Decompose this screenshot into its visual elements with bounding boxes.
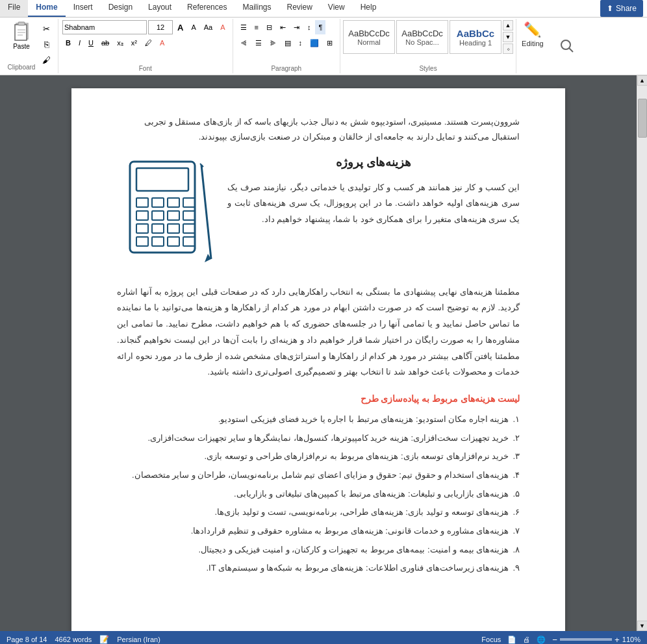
- list-text: هزینه‌های بازاریابی و تبلیغات: هزینه‌های…: [234, 486, 509, 502]
- tab-view[interactable]: View: [320, 0, 353, 17]
- list-title: لیست هزینه‌های مربوط به پیاده‌سازی طرح: [117, 393, 520, 404]
- scrollbar-track[interactable]: [638, 86, 647, 621]
- font-shrink-button[interactable]: A: [188, 20, 199, 34]
- svg-rect-18: [136, 224, 148, 233]
- list-num: ۵.: [513, 486, 520, 502]
- font-group-label: Font: [62, 65, 229, 72]
- cut-button[interactable]: ✂: [39, 21, 54, 36]
- font-clear-button[interactable]: A: [217, 20, 228, 34]
- copy-button[interactable]: ⎘: [39, 37, 54, 51]
- indent-decrease-button[interactable]: ⇤: [277, 20, 289, 34]
- tab-insert[interactable]: Insert: [66, 0, 101, 17]
- section-title: هزینه‌های پروژه: [227, 155, 520, 169]
- font-grow-button[interactable]: A: [174, 20, 186, 34]
- list-item: ۶.هزینه‌های توسعه و تولید بازی: هزینه‌ها…: [117, 504, 520, 521]
- list-num: ۷.: [513, 523, 520, 539]
- style-nospace-label: No Spac...: [401, 38, 444, 46]
- align-right-button[interactable]: ⫸: [266, 36, 280, 50]
- list-number-button[interactable]: ≡: [251, 20, 262, 34]
- scroll-up-button[interactable]: ▲: [637, 75, 648, 86]
- line-spacing-button[interactable]: ↕: [296, 36, 306, 50]
- list-text: هزینه‌های بیمه و امنیت: بیمه‌های مربوط ب…: [199, 542, 509, 558]
- status-right: Focus 📄 🖨 🌐 − + 110%: [481, 635, 641, 645]
- font-size-input[interactable]: [148, 20, 173, 34]
- font-case-button[interactable]: Aa: [201, 20, 216, 34]
- tab-references[interactable]: References: [179, 0, 235, 17]
- list-item: ۱.هزینه اجاره مکان استودیو: هزینه‌های مر…: [117, 412, 520, 428]
- indent-increase-button[interactable]: ⇥: [290, 20, 303, 34]
- list-text: خرید تجهیزات سخت‌افزاری: هزینه خرید کامپ…: [147, 430, 509, 447]
- share-icon: ⬆: [607, 4, 613, 13]
- paragraph-group-label: Paragraph: [237, 65, 336, 72]
- tab-layout[interactable]: Layout: [140, 0, 179, 17]
- borders-button[interactable]: ⊞: [324, 36, 336, 50]
- style-nospace[interactable]: AaBbCcDc No Spac...: [396, 20, 448, 54]
- vertical-scrollbar[interactable]: ▲ ▼: [637, 75, 647, 631]
- search-button[interactable]: [553, 32, 581, 60]
- clipboard-label: Clipboard: [8, 64, 36, 71]
- list-multilevel-button[interactable]: ⊟: [263, 20, 275, 34]
- zoom-out-button[interactable]: −: [552, 635, 557, 645]
- editing-group: ✏️ Editing: [516, 19, 549, 73]
- style-h1-label: Heading 1: [454, 39, 497, 47]
- svg-rect-25: [183, 237, 195, 246]
- list-item: ۷.هزینه‌های مشاوره و خدمات قانونی: هزینه…: [117, 523, 520, 539]
- tab-design[interactable]: Design: [101, 0, 140, 17]
- font-name-input[interactable]: [62, 20, 147, 34]
- list-text: هزینه‌های زیرساخت‌های فناوری اطلاعات: هز…: [206, 560, 509, 576]
- superscript-button[interactable]: x²: [128, 36, 140, 50]
- focus-button[interactable]: Focus: [481, 636, 501, 643]
- subscript-button[interactable]: x₂: [114, 36, 127, 50]
- view-web-icon: 🌐: [537, 636, 546, 644]
- view-print-icon: 🖨: [523, 636, 530, 643]
- svg-rect-24: [168, 237, 179, 246]
- page-info: Page 8 of 14: [6, 636, 47, 643]
- svg-line-26: [201, 165, 211, 259]
- style-heading1[interactable]: AaBbCc Heading 1: [450, 20, 501, 54]
- svg-rect-16: [168, 211, 179, 220]
- shading-button[interactable]: 🟦: [307, 36, 322, 50]
- styles-expand[interactable]: ⬦: [503, 43, 513, 54]
- italic-button[interactable]: I: [75, 36, 84, 50]
- align-center-button[interactable]: ☰: [252, 36, 265, 50]
- svg-rect-9: [136, 168, 188, 191]
- scroll-down-button[interactable]: ▼: [637, 621, 648, 631]
- sort-button[interactable]: ↕: [304, 20, 314, 34]
- list-bullet-button[interactable]: ☰: [237, 20, 250, 34]
- svg-rect-20: [168, 224, 179, 233]
- zoom-in-button[interactable]: +: [615, 635, 620, 645]
- strikethrough-button[interactable]: ab: [98, 36, 112, 50]
- paste-label: Paste: [13, 43, 30, 50]
- font-color-button[interactable]: A: [157, 36, 168, 50]
- tab-help[interactable]: Help: [353, 0, 385, 17]
- format-painter-button[interactable]: 🖌: [39, 53, 54, 67]
- calculator-svg: [117, 155, 214, 269]
- tab-home[interactable]: Home: [28, 0, 65, 17]
- list-num: ۲.: [513, 430, 520, 447]
- zoom-slider[interactable]: [560, 638, 612, 641]
- align-justify-button[interactable]: ▤: [281, 36, 294, 50]
- underline-button[interactable]: U: [85, 36, 97, 50]
- list-text: هزینه اجاره مکان استودیو: هزینه‌های مرتب…: [218, 412, 509, 428]
- styles-scroll: ▲ ▼ ⬦: [503, 20, 513, 54]
- align-left-button[interactable]: ⫷: [237, 36, 251, 50]
- bold-button[interactable]: B: [62, 36, 74, 50]
- share-button[interactable]: ⬆ Share: [600, 0, 643, 17]
- svg-rect-22: [136, 237, 148, 246]
- tab-mailings[interactable]: Mailings: [235, 0, 279, 17]
- show-marks-button[interactable]: ¶: [315, 20, 325, 34]
- tab-review[interactable]: Review: [279, 0, 320, 17]
- list-text: هزینه‌های مشاوره و خدمات قانونی: هزینه‌ه…: [191, 523, 509, 539]
- highlight-button[interactable]: 🖊: [142, 36, 155, 50]
- svg-point-6: [561, 40, 570, 49]
- styles-scroll-down[interactable]: ▼: [503, 32, 513, 42]
- list-item: ۸.هزینه‌های بیمه و امنیت: بیمه‌های مربوط…: [117, 542, 520, 558]
- status-left: Page 8 of 14 4662 words 📝 Persian (Iran): [6, 635, 160, 644]
- proofing-icon: 📝: [99, 635, 109, 644]
- svg-rect-11: [152, 198, 164, 207]
- styles-scroll-up[interactable]: ▲: [503, 20, 513, 31]
- paste-button[interactable]: Paste: [5, 20, 38, 52]
- scrollbar-thumb[interactable]: [638, 99, 647, 138]
- style-normal[interactable]: AaBbCcDc Normal: [343, 20, 395, 54]
- tab-file[interactable]: File: [0, 0, 28, 17]
